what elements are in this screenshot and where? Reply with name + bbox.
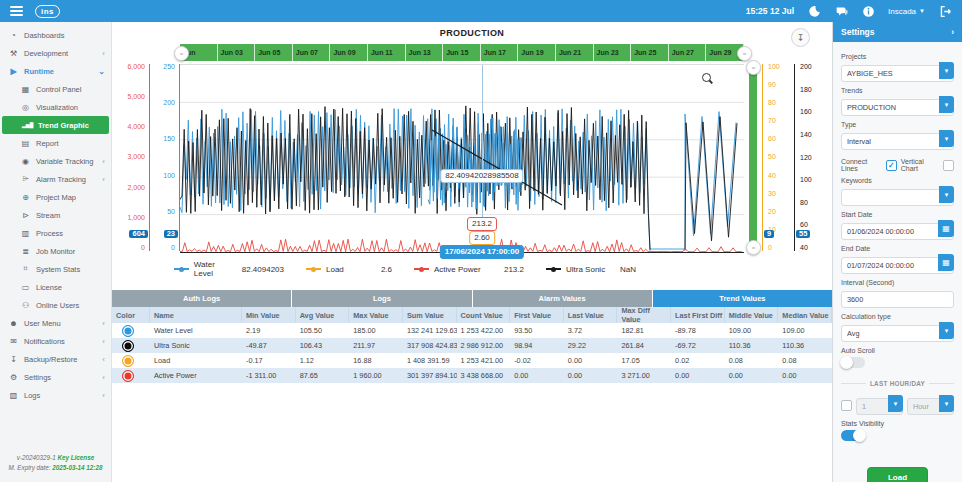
projects-select[interactable] — [841, 65, 954, 82]
calculation-type-select[interactable] — [841, 325, 954, 342]
sidebar-item-notifications[interactable]: ✉Notifications‹ — [0, 332, 111, 350]
stat-value-cell: 0.08 — [778, 353, 832, 368]
legend-item-water-level[interactable]: Water Level82.4094203 — [174, 260, 306, 278]
sidebar-item-project-map[interactable]: ⊕Project Map — [0, 188, 111, 206]
info-icon[interactable] — [861, 4, 875, 18]
sidebar-item-visualization[interactable]: ◎Visualization — [0, 98, 111, 116]
sidebar-item-logs[interactable]: ▧Logs‹ — [0, 386, 111, 404]
calculation-dropdown-icon[interactable]: ▼ — [939, 322, 954, 339]
load-button[interactable]: Load — [867, 467, 928, 482]
sidebar-item-job-monitor[interactable]: ≣Job Monitor — [0, 242, 111, 260]
projects-dropdown-icon[interactable]: ▼ — [939, 62, 954, 79]
column-header[interactable]: Name — [150, 307, 242, 323]
plot-area[interactable]: 82.40942028985508 213.2 2.60 17/06/2024 … — [180, 64, 744, 253]
stat-value-cell: 1.12 — [296, 353, 350, 368]
sidebar-item-dashboards[interactable]: ◔Dashboards — [0, 26, 111, 44]
trends-select[interactable] — [841, 99, 954, 116]
sidebar-item-settings[interactable]: ⚙Settings‹ — [0, 368, 111, 386]
column-header[interactable]: Sum Value — [403, 307, 457, 323]
column-header[interactable]: Count Value — [457, 307, 511, 323]
column-header[interactable]: Max Diff Value — [617, 307, 671, 323]
column-header[interactable]: Last First Diff — [671, 307, 725, 323]
column-header[interactable]: Color — [112, 307, 150, 323]
dark-mode-moon-icon[interactable] — [807, 4, 821, 18]
legend-item-active-power[interactable]: Active Power213.2 — [414, 265, 546, 274]
connect-lines-checkbox[interactable]: ✓ — [886, 160, 897, 171]
column-header[interactable]: Avg Value — [296, 307, 350, 323]
chevron-collapsed-icon: ‹ — [102, 373, 105, 382]
sidebar-item-development[interactable]: ⚒Development‹ — [0, 44, 111, 62]
interval-input[interactable] — [841, 291, 954, 308]
navigator-left-handle[interactable] — [174, 46, 189, 61]
column-header[interactable]: Min Value — [242, 307, 296, 323]
sidebar-item-trend-graphic[interactable]: ▂▅█Trend Graphic — [2, 116, 109, 134]
sidebar-item-stream[interactable]: ⊳Stream — [0, 206, 111, 224]
sidebar-item-runtime[interactable]: ▶Runtime⌄ — [0, 62, 111, 80]
auto-scroll-toggle[interactable] — [841, 357, 865, 368]
trends-dropdown-icon[interactable]: ▼ — [939, 96, 954, 113]
type-select[interactable] — [841, 133, 954, 150]
column-header[interactable]: Max Value — [349, 307, 403, 323]
stats-visibility-toggle[interactable] — [841, 430, 865, 441]
value-range-slider[interactable] — [744, 64, 762, 251]
sidebar-item-system-stats[interactable]: ⌗System Stats — [0, 260, 111, 278]
report-icon: ▤ — [20, 139, 31, 148]
column-header[interactable]: Last Value — [564, 307, 618, 323]
menu-toggle-icon[interactable] — [10, 6, 23, 16]
last-amount-dropdown-icon[interactable]: ▼ — [888, 395, 903, 412]
column-header[interactable]: Middle Value — [725, 307, 779, 323]
axis-tick-label: 160 — [800, 109, 828, 115]
slider-top-handle[interactable] — [746, 60, 761, 75]
last-hour-day-divider: LAST HOUR/DAY — [841, 380, 954, 387]
sidebar-item-process[interactable]: ▥Process — [0, 224, 111, 242]
axis-tick-label: 50 — [768, 154, 794, 160]
sidebar-item-control-panel[interactable]: ▦Control Panel — [0, 80, 111, 98]
legend-marker-icon — [306, 268, 321, 270]
tab-alarm-values[interactable]: Alarm Values — [473, 290, 652, 307]
tab-trend-values[interactable]: Trend Values — [653, 290, 832, 307]
sidebar-item-license[interactable]: ▭License — [0, 278, 111, 296]
navigator-date-label: Jun 13 — [406, 44, 444, 61]
last-unit-dropdown-icon[interactable]: ▼ — [939, 395, 954, 412]
axis-tick-label: 200 — [150, 100, 175, 106]
column-header[interactable]: Median Value — [778, 307, 832, 323]
sidebar-item-alarm-tracking[interactable]: ⌲Alarm Tracking‹ — [0, 170, 111, 188]
collapse-panel-icon[interactable]: › — [951, 27, 954, 37]
last-period-checkbox[interactable]: ✓ — [841, 400, 852, 411]
stat-value-cell: 1 253 422.00 — [457, 323, 511, 338]
type-dropdown-icon[interactable]: ▼ — [939, 130, 954, 147]
column-header[interactable]: First Value — [510, 307, 564, 323]
sidebar-item-backup-restore[interactable]: ↧Backup/Restore‹ — [0, 350, 111, 368]
date-range-navigator[interactable]: JunJun 03Jun 05Jun 07Jun 09Jun 11Jun 13J… — [180, 44, 744, 61]
sidebar-item-online-users[interactable]: ⚇Online Users — [0, 296, 111, 314]
axis-tick-label: 0 — [116, 245, 145, 251]
notifications-icon: ✉ — [8, 337, 19, 346]
slider-bottom-handle[interactable] — [746, 240, 761, 255]
download-chart-button[interactable]: ↧ — [791, 28, 810, 47]
navigator-right-handle[interactable] — [737, 46, 752, 61]
start-date-calendar-icon[interactable]: ▦ — [938, 220, 954, 237]
series-color-cell — [112, 368, 150, 383]
legend-item-ultra-sonic[interactable]: Ultra SonicNaN — [546, 265, 658, 274]
stat-value-cell: -89.78 — [671, 323, 725, 338]
end-date-calendar-icon[interactable]: ▦ — [938, 254, 954, 271]
tab-logs[interactable]: Logs — [292, 290, 471, 307]
axis-tick-label: 90 — [768, 82, 794, 88]
stat-value-cell: 0.00 — [564, 368, 618, 383]
keywords-dropdown-icon[interactable]: ▼ — [939, 186, 954, 203]
sidebar-item-user-menu[interactable]: ☻User Menu‹ — [0, 314, 111, 332]
load-axis: 10090807060504030201009 — [762, 64, 794, 251]
logout-icon[interactable] — [938, 4, 952, 18]
runtime-icon: ▶ — [8, 67, 19, 76]
legend-item-load[interactable]: Load2.6 — [306, 265, 414, 274]
tab-auth-logs[interactable]: Auth Logs — [112, 290, 291, 307]
chat-icon[interactable] — [834, 4, 848, 18]
vertical-chart-checkbox[interactable]: ✓ — [943, 160, 954, 171]
axis-tick-label: 200 — [800, 64, 828, 70]
sidebar-item-report[interactable]: ▤Report — [0, 134, 111, 152]
zoom-reset-icon[interactable] — [702, 73, 712, 83]
series-name-cell: Load — [150, 353, 242, 368]
sidebar-item-variable-tracking[interactable]: ◉Variable Tracking‹ — [0, 152, 111, 170]
account-menu[interactable]: Inscada▼ — [888, 7, 925, 16]
keywords-select[interactable] — [841, 189, 954, 206]
